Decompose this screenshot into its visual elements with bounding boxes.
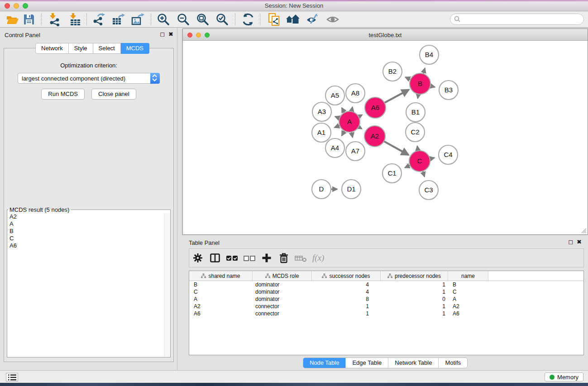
node-A6[interactable]: A6 (365, 97, 386, 118)
select-all-icon[interactable] (224, 253, 241, 263)
unselect-all-icon[interactable] (241, 253, 258, 263)
svg-text:A2: A2 (371, 132, 379, 140)
delete-table-icon[interactable] (292, 253, 310, 263)
control-panel-title: Control Panel (5, 32, 40, 38)
export-table-icon[interactable] (110, 13, 126, 26)
import-table-icon[interactable] (67, 13, 83, 26)
column-header-MCDS-role[interactable]: MCDS role (253, 271, 312, 281)
first-neighbors-icon[interactable] (285, 13, 301, 26)
refresh-icon[interactable] (240, 13, 256, 26)
svg-text:B4: B4 (425, 51, 433, 58)
close-panel-icon[interactable]: ✖ (168, 31, 173, 38)
table-options-gear-icon[interactable] (189, 253, 206, 263)
scrollbar-track[interactable] (164, 213, 170, 357)
table-row[interactable]: A2connector11A2 (189, 303, 583, 310)
node-C4[interactable]: C4 (439, 145, 458, 164)
memory-button[interactable]: Memory (545, 372, 583, 381)
tab-network[interactable]: Network (35, 43, 69, 54)
mcds-result-item[interactable]: B (8, 228, 164, 235)
tab-network-table[interactable]: Network Table (388, 358, 438, 368)
node-C1[interactable]: C1 (382, 164, 402, 183)
close-panel-icon[interactable]: ✖ (577, 238, 582, 245)
table-cell: B (189, 281, 253, 288)
table-row[interactable]: Adominator80A (189, 295, 583, 303)
select-stepper-icon[interactable] (150, 73, 160, 84)
tab-style[interactable]: Style (69, 43, 93, 54)
import-network-icon[interactable] (47, 13, 62, 26)
float-panel-icon[interactable]: ◻ (160, 31, 165, 38)
zoom-fit-icon[interactable] (195, 13, 210, 26)
node-A4[interactable]: A4 (325, 138, 344, 157)
zoom-in-icon[interactable] (156, 13, 171, 26)
node-A7[interactable]: A7 (346, 142, 365, 161)
delete-column-icon[interactable] (275, 253, 292, 263)
svg-text:D: D (319, 185, 324, 193)
selected-criterion: largest connected component (directed) (18, 75, 125, 82)
column-header-predecessor-nodes[interactable]: predecessor nodes (381, 271, 448, 281)
node-A2[interactable]: A2 (364, 126, 385, 147)
zoom-out-icon[interactable] (176, 13, 191, 26)
task-history-button[interactable] (6, 373, 18, 381)
table-cell: 4 (312, 289, 381, 295)
tab-motifs[interactable]: Motifs (438, 358, 467, 368)
mcds-result-item[interactable]: A6 (8, 242, 164, 249)
network-window-titlebar[interactable]: testGlobe.txt (183, 29, 588, 41)
close-panel-button[interactable]: Close panel (91, 89, 136, 100)
node-A8[interactable]: A8 (346, 84, 365, 103)
svg-text:A: A (347, 118, 352, 125)
node-B2[interactable]: B2 (383, 62, 402, 81)
network-graph[interactable]: B4B2BB3A8A5A6B1A3AA1C2A2A4A7C4CC1DD1C3 (183, 41, 588, 234)
tab-select[interactable]: Select (93, 43, 121, 54)
node-A5[interactable]: A5 (325, 86, 344, 105)
table-row[interactable]: Bdominator41B (189, 281, 583, 288)
mcds-result-item[interactable]: A (8, 220, 164, 228)
export-network-icon[interactable] (91, 13, 106, 26)
table-cell: 1 (381, 310, 448, 317)
node-D[interactable]: D (312, 180, 331, 199)
export-image-icon[interactable] (130, 13, 145, 26)
function-builder-icon[interactable]: f(x) (312, 253, 324, 263)
node-A1[interactable]: A1 (312, 123, 331, 142)
svg-text:A4: A4 (331, 144, 339, 152)
column-header-successor-nodes[interactable]: successor nodes (312, 271, 381, 281)
resize-grip[interactable] (580, 227, 587, 234)
node-B1[interactable]: B1 (406, 103, 425, 122)
column-header-shared-name[interactable]: shared name (189, 271, 253, 281)
svg-text:A3: A3 (318, 108, 326, 115)
node-table[interactable]: shared nameMCDS rolesuccessor nodesprede… (189, 271, 584, 355)
add-column-icon[interactable] (258, 253, 275, 263)
table-row[interactable]: A6connector11A6 (189, 310, 583, 317)
tab-node-table[interactable]: Node Table (303, 358, 346, 368)
node-C[interactable]: C (409, 151, 430, 172)
mcds-result-item[interactable]: C (8, 235, 164, 242)
mcds-result-item[interactable]: A2 (8, 213, 164, 220)
mcds-result-list[interactable]: A2ABCA6 (8, 213, 164, 357)
toolbar-separator (151, 14, 151, 25)
network-window: testGlobe.txt B4B2BB3A8A5A6B1A3AA1C2A2A4… (182, 29, 588, 235)
table-row[interactable]: Cdominator41C (189, 288, 583, 295)
node-B4[interactable]: B4 (420, 45, 439, 64)
search-input[interactable] (450, 14, 584, 25)
column-header-name[interactable]: name (448, 271, 488, 281)
optimization-criterion-select[interactable]: largest connected component (directed) (18, 73, 160, 84)
node-C2[interactable]: C2 (406, 123, 425, 142)
node-A[interactable]: A (339, 111, 360, 132)
run-mcds-button[interactable]: Run MCDS (41, 89, 85, 100)
node-C3[interactable]: C3 (419, 181, 438, 200)
show-graphics-details-icon[interactable] (325, 13, 340, 26)
node-A3[interactable]: A3 (312, 102, 331, 121)
float-panel-icon[interactable]: ◻ (568, 238, 573, 245)
svg-text:B: B (418, 80, 422, 87)
node-D1[interactable]: D1 (342, 180, 361, 199)
table-cell: C (448, 289, 488, 295)
zoom-selected-icon[interactable] (215, 13, 230, 26)
new-network-from-selection-icon[interactable] (266, 13, 282, 26)
show-columns-icon[interactable] (206, 253, 224, 263)
tab-edge-table[interactable]: Edge Table (345, 358, 388, 368)
node-B3[interactable]: B3 (439, 81, 458, 100)
save-session-icon[interactable] (21, 13, 37, 26)
hide-graphics-details-icon[interactable] (305, 13, 320, 26)
tab-mcds[interactable]: MCDS (121, 43, 149, 54)
open-file-icon[interactable] (5, 13, 20, 26)
node-B[interactable]: B (410, 73, 430, 94)
